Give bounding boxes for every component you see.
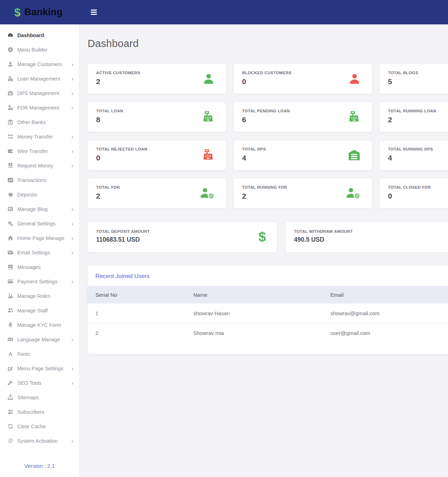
table-cell: showrav Hasan (185, 304, 323, 323)
stat-card-total-running-dps: TOTAL RUNNING DPS4 (379, 140, 448, 170)
crop-icon (7, 293, 13, 299)
sidebar-item-request-money[interactable]: $Request Money› (0, 158, 79, 173)
stat-card-value: 0 (96, 154, 218, 162)
users-cog-icon (7, 409, 13, 415)
page-title: Dashboard (88, 38, 448, 49)
sidebar-item-dashboard[interactable]: Dashboard (0, 28, 79, 42)
sidebar-item-fonts[interactable]: AFonts (0, 347, 79, 361)
sidebar-item-payment-settings[interactable]: Payment Settings› (0, 274, 79, 289)
sidebar-item-label: Messages (17, 264, 41, 270)
sidebar-item-clear-cache[interactable]: Clear Cache (0, 419, 79, 434)
sidebar-item-sitemaps[interactable]: Sitemaps (0, 390, 79, 405)
stat-card-value: 2 (388, 116, 448, 124)
sidebar-item-email-settings[interactable]: Email Settings› (0, 245, 79, 260)
dollar-logo-icon: $ (13, 6, 22, 19)
sidebar-item-system-activation[interactable]: @System Activation› (0, 434, 79, 448)
sidebar-item-manage-customers[interactable]: Manage Customers› (0, 57, 79, 71)
stat-card-label: TOTAL RUNNING DPS (388, 147, 448, 151)
stat-card-label: TOTAL LOAN (96, 109, 218, 113)
sidebar-item-money-transfer[interactable]: Money Transfer› (0, 129, 79, 144)
sidebar-item-dps-management[interactable]: DPS Management› (0, 86, 79, 100)
language-icon: A (7, 336, 13, 342)
user-shield-big-icon (346, 187, 361, 200)
chevron-right-icon: › (71, 162, 73, 169)
sidebar-item-language-manage[interactable]: ALanguage Manage› (0, 332, 79, 347)
font-icon: A (7, 351, 13, 357)
table-row: 2Showrav miauser@gmail.com (88, 323, 448, 343)
stat-card-label: TOTAL CLOSED FDR (388, 185, 448, 189)
child-icon (7, 322, 13, 328)
stat-card-label: TOTAL DPS (242, 147, 364, 151)
sidebar-item-label: Manage Customers (17, 61, 62, 67)
sidebar-item-fdr-management[interactable]: FDR Management› (0, 100, 79, 115)
user-clock-icon (7, 105, 13, 111)
stat-card-value: 5 (388, 77, 448, 86)
stat-card-label: TOTAL BLOGS (388, 71, 448, 75)
sidebar-item-label: Language Manage (17, 337, 60, 342)
sidebar-item-label: Manage Roles (17, 293, 51, 299)
stat-cards-grid: ACTIVE CUSTOMERS2BLOCKED CUSTOMERS0TOTAL… (88, 64, 448, 208)
stat-card-total-running-loan: TOTAL RUNNING LOAN2 (379, 102, 448, 132)
sidebar-item-wire-transfer[interactable]: Wire Transfer› (0, 144, 79, 158)
sidebar-item-label: Manage Blog (17, 206, 47, 212)
sidebar-item-label: Other Banks (17, 119, 46, 125)
sidebar-item-manage-blog[interactable]: Manage Blog› (0, 202, 79, 216)
recent-users-table: Serial NoNameEmail 1showrav Hasanshowrav… (88, 286, 448, 343)
sidebar-item-home-page-manage[interactable]: Home Page Manage› (0, 231, 79, 245)
sidebar-item-general-settings[interactable]: General Settings› (0, 216, 79, 231)
edit-icon (7, 365, 13, 371)
sidebar-item-messages[interactable]: Messages (0, 260, 79, 274)
sidebar-item-label: Transactions (17, 177, 46, 183)
sidebar-item-loan-management[interactable]: Loan Management› (0, 71, 79, 86)
column-header-name: Name (185, 286, 323, 304)
hamburger-icon[interactable] (89, 8, 98, 16)
amount-card-label: TOTAL DEPOSIT AMOUNT (96, 229, 268, 234)
sidebar-item-manage-kyc-form[interactable]: Manage KYC Form (0, 318, 79, 332)
column-header-email: Email (323, 286, 448, 304)
stat-card-total-fdr: TOTAL FDR2 (88, 178, 226, 208)
table-body: 1showrav Hasanshowrav@gmail.com2Showrav … (88, 304, 448, 343)
gauge-icon (7, 32, 13, 38)
user-big-icon (348, 73, 361, 85)
main-content: Dashboard ACTIVE CUSTOMERS2BLOCKED CUSTO… (79, 24, 448, 477)
sidebar-item-menu-builder[interactable]: Menu Builder (0, 42, 79, 57)
sidebar-item-deposits[interactable]: Deposits (0, 187, 79, 202)
stat-card-value: 2 (96, 77, 218, 86)
table-cell: 1 (88, 304, 185, 323)
user-big-icon (202, 73, 215, 85)
stat-card-total-dps: TOTAL DPS4 (234, 140, 372, 170)
sidebar-item-transactions[interactable]: Transactions (0, 173, 79, 187)
stat-card-blocked-customers: BLOCKED CUSTOMERS0 (234, 64, 372, 94)
sidebar-item-label: Payment Settings (17, 279, 58, 284)
stat-card-total-loan: TOTAL LOAN8 (88, 102, 226, 132)
table-cell: showrav@gmail.com (323, 304, 448, 323)
sidebar-item-label: Fonts (17, 351, 30, 357)
sidebar-item-label: FDR Management (17, 105, 59, 111)
table-header-row: Serial NoNameEmail (88, 286, 448, 304)
table-cell: user@gmail.com (323, 323, 448, 343)
sidebar-item-manage-roles[interactable]: Manage Roles (0, 289, 79, 303)
amount-card-total-deposit-amount: TOTAL DEPOSIT AMOUNT110683.51 USD$ (88, 222, 277, 252)
amount-card-label: TOTAL WITHDRAW AMOUNT (294, 229, 448, 234)
sidebar-item-subscribers[interactable]: Subscribers (0, 405, 79, 419)
stat-card-value: 4 (388, 154, 448, 162)
chevron-right-icon: › (71, 235, 73, 241)
cash-register-icon (7, 76, 13, 82)
bank-icon (7, 119, 13, 125)
sidebar-item-manage-staff[interactable]: Manage Staff (0, 303, 79, 318)
cash-register-big-icon (201, 148, 215, 162)
user-icon (7, 61, 13, 67)
piggy-bank-icon (7, 192, 13, 198)
amount-card-total-withdraw-amount: TOTAL WITHDRAW AMOUNT490.5 USD (285, 222, 448, 252)
sidebar-item-label: Dashboard (17, 33, 44, 38)
sidebar-item-label: Home Page Manage (17, 235, 64, 241)
wrench-icon (7, 380, 13, 386)
stat-card-value: 8 (96, 116, 218, 124)
sidebar-item-seo-tools[interactable]: SEO Tools› (0, 376, 79, 390)
sidebar-item-menu-page-settings[interactable]: Menu Page Settings› (0, 361, 79, 376)
sidebar-item-other-banks[interactable]: Other Banks (0, 115, 79, 129)
svg-text:A: A (8, 351, 12, 357)
brand-logo[interactable]: $ Banking (0, 0, 79, 24)
garage-icon (7, 90, 13, 96)
home-icon (7, 235, 13, 241)
